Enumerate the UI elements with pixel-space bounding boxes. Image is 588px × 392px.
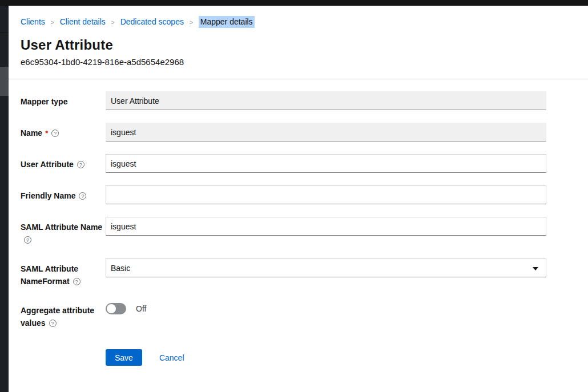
toggle-state-label: Off xyxy=(136,304,146,313)
aggregate-values-toggle[interactable] xyxy=(106,303,126,314)
user-attribute-label: User Attribute? xyxy=(21,154,106,171)
help-icon[interactable]: ? xyxy=(73,278,80,285)
saml-nameformat-select[interactable]: Basic xyxy=(106,258,546,277)
label-text: Aggregate attribute values xyxy=(21,306,94,328)
chevron-right-icon: > xyxy=(51,16,54,28)
breadcrumb-clients[interactable]: Clients xyxy=(21,17,45,27)
main-content: Clients > Client details > Dedicated sco… xyxy=(9,6,588,392)
label-text: User Attribute xyxy=(21,160,74,169)
sidebar-active-item-edge xyxy=(0,67,9,96)
saml-nameformat-field: Basic xyxy=(106,258,546,277)
name-input[interactable] xyxy=(106,123,546,142)
required-asterisk: * xyxy=(45,129,48,138)
name-label: Name*? xyxy=(21,123,106,140)
page-header: Clients > Client details > Dedicated sco… xyxy=(9,6,588,67)
name-field xyxy=(106,123,546,142)
saml-nameformat-label: SAML Attribute NameFormat? xyxy=(21,258,106,288)
toggle-knob xyxy=(107,304,116,313)
friendly-name-field xyxy=(106,185,546,204)
mapper-id-subtitle: e6c95304-1bd0-4219-816e-a5d5654e2968 xyxy=(21,58,588,67)
help-icon[interactable]: ? xyxy=(24,236,31,244)
form-actions: Save Cancel xyxy=(106,349,546,366)
user-attribute-input[interactable] xyxy=(106,154,546,173)
label-text: Mapper type xyxy=(21,97,67,106)
save-button[interactable]: Save xyxy=(106,349,142,366)
label-text: SAML Attribute NameFormat xyxy=(21,264,78,286)
user-attribute-field xyxy=(106,154,546,173)
mapper-type-field xyxy=(106,91,546,110)
help-icon[interactable]: ? xyxy=(51,130,59,137)
chevron-right-icon: > xyxy=(111,16,115,28)
friendly-name-label: Friendly Name? xyxy=(21,185,106,202)
help-icon[interactable]: ? xyxy=(49,320,57,327)
saml-attribute-name-input[interactable] xyxy=(106,217,546,236)
mapper-form: Mapper type Name*? User Attribute? Frien… xyxy=(9,79,588,366)
label-text: Name xyxy=(21,128,42,138)
friendly-name-input[interactable] xyxy=(106,185,546,204)
saml-attribute-name-label: SAML Attribute Name? xyxy=(21,217,106,246)
cancel-button[interactable]: Cancel xyxy=(159,353,184,362)
mapper-type-input[interactable] xyxy=(106,91,546,110)
sidebar-collapsed-strip[interactable] xyxy=(0,6,9,392)
saml-attribute-name-field xyxy=(106,217,546,236)
breadcrumb: Clients > Client details > Dedicated sco… xyxy=(21,16,588,28)
sidebar-divider xyxy=(0,32,9,33)
aggregate-values-field: Off xyxy=(106,300,546,314)
caret-down-icon xyxy=(533,267,538,270)
label-text: SAML Attribute Name xyxy=(21,223,102,232)
breadcrumb-dedicated-scopes[interactable]: Dedicated scopes xyxy=(120,17,184,27)
top-masthead-bar xyxy=(0,0,588,6)
breadcrumb-current-mapper-details: Mapper details xyxy=(199,16,255,28)
breadcrumb-client-details[interactable]: Client details xyxy=(60,17,106,27)
help-icon[interactable]: ? xyxy=(77,161,84,168)
mapper-type-label: Mapper type xyxy=(21,91,106,108)
select-selected-value: Basic xyxy=(111,264,130,273)
chevron-right-icon: > xyxy=(190,16,193,28)
aggregate-values-label: Aggregate attribute values? xyxy=(21,300,106,329)
help-icon[interactable]: ? xyxy=(79,192,86,200)
page-title: User Attribute xyxy=(21,37,588,53)
label-text: Friendly Name xyxy=(21,191,75,200)
